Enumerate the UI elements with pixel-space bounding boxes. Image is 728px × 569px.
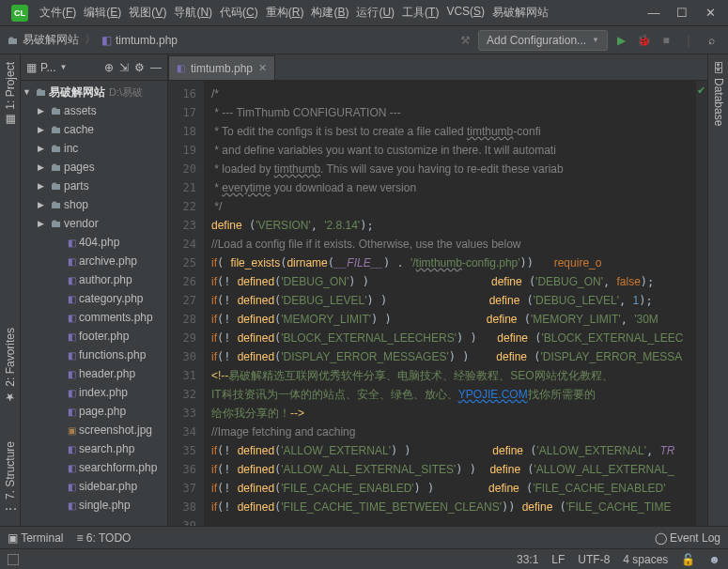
search-everywhere-icon[interactable]: ⌕ (702, 34, 720, 47)
hector-icon[interactable]: ☻ (708, 553, 720, 566)
menu-item[interactable]: 文件(F) (36, 2, 80, 23)
add-configuration-dropdown[interactable]: Add Configuration... ▼ (478, 30, 608, 51)
tree-file[interactable]: ◧ author.php (21, 270, 167, 289)
close-button[interactable]: ✕ (696, 6, 724, 20)
project-view-icon[interactable]: ▦ (26, 61, 37, 74)
tree-file[interactable]: ◧ footer.php (21, 327, 167, 346)
tool-structure[interactable]: ⋮7. Structure (4, 441, 17, 515)
app-logo-icon: CL (11, 5, 28, 22)
tree-file[interactable]: ◧ category.php (21, 289, 167, 308)
analysis-ok-icon: ✔ (697, 85, 705, 97)
tree-file[interactable]: ▣ screenshot.jpg (21, 421, 167, 439)
tree-folder[interactable]: ▶🖿 shop (21, 195, 167, 214)
status-bar: 33:1 LF UTF-8 4 spaces 🔓 ☻ (0, 548, 728, 569)
tree-folder[interactable]: ▶🖿 assets (21, 101, 167, 120)
tree-file[interactable]: ◧ searchform.php (21, 458, 167, 477)
project-panel-header: ▦ P... ▼ ⊕ ⇲ ⚙ — (21, 54, 167, 81)
tree-file[interactable]: ◧ comments.php (21, 308, 167, 327)
line-ending[interactable]: LF (551, 553, 565, 566)
hammer-icon[interactable]: ⚒ (456, 34, 474, 47)
divider: | (679, 34, 698, 47)
menu-item[interactable]: 导航(N) (170, 2, 216, 23)
collapse-icon[interactable]: ⇲ (119, 61, 129, 74)
code-editor[interactable]: /* * --- TimThumb CONFIGURATION --- * To… (204, 81, 696, 526)
breadcrumb[interactable]: 🖿 易破解网站 〉 ◧ timtumb.php (8, 32, 178, 48)
project-panel: ▦ P... ▼ ⊕ ⇲ ⚙ — ▼🖿 易破解网站D:\易破▶🖿 assets▶… (21, 54, 168, 526)
menu-item[interactable]: 视图(V) (125, 2, 170, 23)
tree-file[interactable]: ◧ sidebar.php (21, 477, 167, 496)
breadcrumb-file: timtumb.php (116, 34, 178, 47)
editor-tab[interactable]: ◧ timtumb.php ✕ (168, 55, 275, 80)
tree-file[interactable]: ◧ single.php (21, 496, 167, 515)
tree-file[interactable]: ◧ search.php (21, 439, 167, 458)
add-configuration-label: Add Configuration... (487, 34, 586, 47)
todo-tool[interactable]: ≡ 6: TODO (76, 531, 131, 545)
menu-item[interactable]: 编辑(E) (80, 2, 125, 23)
editor-area: ◧ timtumb.php ✕ 161718192021222324252627… (168, 54, 707, 526)
chevron-down-icon: ▼ (592, 36, 599, 44)
file-encoding[interactable]: UTF-8 (578, 553, 610, 566)
menu-item[interactable]: VCS(S) (442, 2, 488, 23)
close-tab-icon[interactable]: ✕ (258, 62, 267, 74)
tree-file[interactable]: ◧ index.php (21, 383, 167, 402)
chevron-down-icon[interactable]: ▼ (59, 63, 67, 71)
tree-file[interactable]: ◧ archive.php (21, 252, 167, 270)
chevron-right-icon: 〉 (85, 32, 96, 48)
nav-bar: 🖿 易破解网站 〉 ◧ timtumb.php ⚒ Add Configurat… (0, 26, 728, 54)
folder-icon: 🖿 (8, 34, 19, 47)
breadcrumb-project: 易破解网站 (23, 32, 79, 48)
cursor-position[interactable]: 33:1 (517, 553, 538, 566)
menu-item[interactable]: 运行(U) (352, 2, 398, 23)
tree-folder[interactable]: ▶🖿 pages (21, 158, 167, 177)
project-tree[interactable]: ▼🖿 易破解网站D:\易破▶🖿 assets▶🖿 cache▶🖿 inc▶🖿 p… (21, 81, 167, 526)
main-menu: 文件(F)编辑(E)视图(V)导航(N)代码(C)重构(R)构建(B)运行(U)… (36, 2, 552, 23)
maximize-button[interactable]: ☐ (668, 6, 696, 20)
toolwindow-toggle-icon[interactable] (8, 554, 19, 565)
error-stripe[interactable]: ✔ (696, 81, 707, 526)
stop-icon[interactable]: ■ (657, 34, 675, 47)
menu-item[interactable]: 重构(R) (262, 2, 308, 23)
menu-item[interactable]: 工具(T) (398, 2, 442, 23)
tab-label: timtumb.php (191, 62, 253, 75)
gear-icon[interactable]: ⚙ (134, 61, 145, 74)
tree-file[interactable]: ◧ 404.php (21, 233, 167, 252)
php-file-icon: ◧ (177, 63, 185, 73)
indent-setting[interactable]: 4 spaces (623, 553, 668, 566)
tool-project[interactable]: ▦1: Project (4, 62, 17, 127)
menu-item[interactable]: 易破解网站 (488, 2, 552, 23)
readonly-lock-icon[interactable]: 🔓 (681, 553, 695, 566)
menu-item[interactable]: 构建(B) (307, 2, 352, 23)
terminal-tool[interactable]: ▣ Terminal (8, 531, 63, 545)
titlebar: CL 文件(F)编辑(E)视图(V)导航(N)代码(C)重构(R)构建(B)运行… (0, 0, 728, 26)
event-log[interactable]: ◯ Event Log (655, 531, 720, 545)
menu-item[interactable]: 代码(C) (216, 2, 262, 23)
hide-icon[interactable]: — (150, 61, 162, 74)
left-tool-gutter: ▦1: Project ★2: Favorites ⋮7. Structure (0, 54, 21, 526)
run-icon[interactable]: ▶ (612, 34, 630, 47)
breadcrumb-file-icon: ◧ (101, 34, 112, 47)
tree-folder[interactable]: ▶🖿 inc (21, 139, 167, 158)
tree-file[interactable]: ◧ header.php (21, 364, 167, 383)
locate-icon[interactable]: ⊕ (104, 61, 114, 74)
tree-file[interactable]: ◧ functions.php (21, 346, 167, 364)
tree-folder[interactable]: ▶🖿 cache (21, 120, 167, 139)
project-view-label[interactable]: P... (40, 61, 55, 74)
debug-icon[interactable]: 🐞 (634, 34, 653, 47)
tree-root[interactable]: ▼🖿 易破解网站D:\易破 (21, 83, 167, 101)
tree-folder[interactable]: ▶🖿 vendor (21, 214, 167, 233)
line-gutter[interactable]: 1617181920212223242526272829303132333435… (168, 81, 204, 526)
bottom-toolbar: ▣ Terminal ≡ 6: TODO ◯ Event Log (0, 526, 728, 548)
editor-tabbar: ◧ timtumb.php ✕ (168, 54, 707, 81)
tool-favorites[interactable]: ★2: Favorites (4, 328, 17, 404)
right-tool-gutter: 🗄Database (707, 54, 728, 526)
minimize-button[interactable]: ― (640, 6, 668, 20)
tree-file[interactable]: ◧ page.php (21, 402, 167, 421)
tool-database[interactable]: 🗄Database (712, 62, 725, 126)
tree-folder[interactable]: ▶🖿 parts (21, 177, 167, 195)
